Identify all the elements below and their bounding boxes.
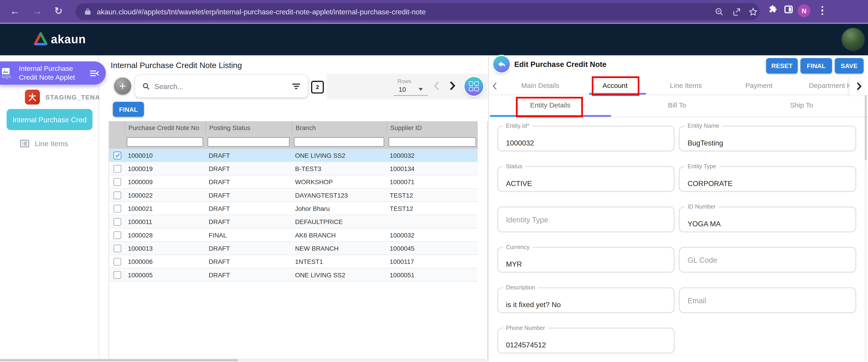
bookmark-star-icon[interactable]: [748, 7, 758, 17]
cell-posting-status: DRAFT: [206, 192, 292, 198]
row-checkbox[interactable]: [114, 258, 121, 265]
table-row[interactable]: 1000021DRAFTJohor BharuTEST12: [109, 202, 478, 215]
rows-caret-icon[interactable]: [418, 88, 423, 91]
cell-branch: WORKSHOP: [292, 178, 386, 185]
table-row[interactable]: 1000013DRAFTNEW BRANCH1000045: [109, 242, 478, 255]
cell-posting-status: FINAL: [206, 232, 292, 238]
tab-payment[interactable]: Payment: [745, 82, 773, 90]
tabs-scroll-left-icon[interactable]: [492, 82, 498, 90]
currency-field[interactable]: Currency MYR: [497, 247, 675, 273]
cell-posting-status: DRAFT: [206, 258, 292, 265]
row-checkbox[interactable]: [114, 191, 121, 199]
id-number-field[interactable]: ID Number YOGA MA: [679, 206, 857, 232]
collapse-menu-icon[interactable]: [90, 69, 99, 77]
applet-banner[interactable]: logo Internal Purchase Credit Note Apple…: [0, 62, 106, 85]
line-items-icon: [20, 139, 29, 147]
browser-reload-icon[interactable]: ↻: [54, 5, 63, 17]
status-field[interactable]: Status ACTIVE: [497, 166, 675, 192]
entity-name-field[interactable]: Entity Name BugTesting: [679, 126, 857, 152]
browser-forward-icon[interactable]: →: [32, 5, 42, 17]
table-row[interactable]: 1000022DRAFTDAYANGTEST123TEST12: [109, 189, 478, 202]
side-panel-icon[interactable]: [784, 5, 793, 13]
prev-page-icon[interactable]: [433, 81, 440, 91]
horizontal-scrollbar[interactable]: [0, 359, 486, 362]
column-filter-input[interactable]: [127, 137, 203, 146]
cell-branch: AK6 BRANCH: [292, 232, 386, 238]
tenant-icon: [25, 90, 40, 105]
column-header[interactable]: Branch: [292, 121, 386, 134]
edit-panel: Edit Purchase Credit Note RESET FINAL SA…: [488, 55, 868, 362]
table-row[interactable]: 1000010DRAFTONE LIVING SS21000032: [109, 149, 478, 162]
column-header[interactable]: Posting Status: [206, 121, 292, 134]
cell-posting-status: DRAFT: [206, 165, 292, 172]
table-row[interactable]: 1000019DRAFTB-TEST31000134: [109, 162, 478, 175]
tenant-row[interactable]: STAGING_TENANT: [25, 90, 109, 105]
cell-posting-status: DRAFT: [206, 271, 292, 278]
table-row[interactable]: 1000028FINALAK6 BRANCH1000032: [109, 229, 478, 242]
row-checkbox[interactable]: [114, 152, 121, 159]
field-label: Status: [503, 163, 525, 169]
tab-main-details[interactable]: Main Details: [521, 82, 559, 90]
sidebar-item-line-items[interactable]: Line Items: [20, 139, 68, 147]
final-action-button[interactable]: FINAL: [113, 102, 144, 117]
browser-menu-icon[interactable]: [822, 6, 824, 15]
final-button[interactable]: FINAL: [800, 58, 832, 73]
row-checkbox[interactable]: [114, 204, 121, 212]
sort-filter-icon[interactable]: [292, 84, 300, 89]
subtab-bill-to[interactable]: Bill To: [668, 101, 686, 109]
subtab-ship-to[interactable]: Ship To: [790, 101, 813, 109]
gl-code-field[interactable]: GL Code: [679, 247, 857, 273]
extensions-icon[interactable]: [769, 4, 778, 14]
table-row[interactable]: 1000011DRAFTDEFAULTPRICE: [109, 215, 478, 228]
field-placeholder: Email: [688, 297, 706, 305]
profile-avatar[interactable]: [842, 28, 864, 50]
sidebar-item-internal-purchase-credit-note[interactable]: Internal Purchase Cred: [7, 109, 92, 130]
search-input[interactable]: [153, 81, 277, 91]
rows-per-page-select[interactable]: 10: [399, 86, 406, 94]
view-mode-badge[interactable]: 2: [311, 81, 324, 94]
browser-back-icon[interactable]: ←: [10, 5, 20, 17]
row-checkbox[interactable]: [114, 231, 121, 239]
share-icon[interactable]: [732, 7, 741, 17]
browser-profile-badge[interactable]: N: [798, 4, 810, 17]
back-button[interactable]: [493, 56, 510, 72]
column-filter-input[interactable]: [389, 137, 476, 146]
entity-id-field[interactable]: Entity Id* 1000032: [497, 126, 675, 152]
cell-branch: DAYANGTEST123: [292, 192, 386, 198]
column-filter-input[interactable]: [294, 137, 384, 146]
field-placeholder: Identity Type: [506, 216, 548, 224]
phone-number-field[interactable]: Phone Number 0124574512: [497, 328, 675, 354]
vertical-scrollbar[interactable]: [865, 77, 867, 362]
url-bar[interactable]: akaun.cloud/#/applets/tnt/wavelet/erp/in…: [75, 3, 760, 20]
table-row[interactable]: 1000006DRAFT1NTEST11000117: [109, 255, 478, 268]
row-checkbox[interactable]: [114, 165, 121, 172]
annotation-box-entity-details-subtab: [516, 97, 583, 117]
cell-supplier-id: TEST12: [386, 205, 478, 211]
entity-type-field[interactable]: Entity Type CORPORATE: [679, 166, 857, 192]
apps-grid-button[interactable]: [464, 77, 483, 96]
reset-button[interactable]: RESET: [766, 58, 798, 73]
email-field[interactable]: Email: [679, 287, 857, 313]
column-header[interactable]: Supplier ID: [386, 121, 478, 134]
save-button[interactable]: SAVE: [835, 58, 863, 73]
search-box[interactable]: [135, 75, 308, 97]
description-field[interactable]: Description is it fixed yet? No: [497, 287, 675, 313]
table-row[interactable]: 1000009DRAFTWORKSHOP1000071: [109, 175, 478, 189]
add-record-button[interactable]: +: [114, 77, 131, 95]
cell-posting-status: DRAFT: [206, 218, 292, 225]
table-row[interactable]: 1000005DRAFTONE LIVING SS21000051: [109, 268, 478, 282]
column-header[interactable]: Purchase Credit Note No: [125, 121, 206, 134]
column-filter-input[interactable]: [208, 137, 289, 146]
tabs-scroll-right-button[interactable]: [850, 77, 868, 95]
row-checkbox[interactable]: [114, 271, 121, 279]
row-checkbox[interactable]: [114, 244, 121, 252]
row-checkbox[interactable]: [114, 178, 121, 186]
row-checkbox[interactable]: [114, 218, 121, 225]
tab-department-handling[interactable]: Department H: [809, 82, 852, 90]
next-page-icon[interactable]: [449, 81, 456, 91]
horizontal-scrollbar-thumb[interactable]: [0, 359, 238, 361]
tab-line-items[interactable]: Line Items: [670, 82, 702, 90]
zoom-page-icon[interactable]: [715, 7, 724, 17]
identity-type-field[interactable]: Identity Type: [497, 206, 675, 232]
field-value: 0124574512: [506, 341, 546, 349]
